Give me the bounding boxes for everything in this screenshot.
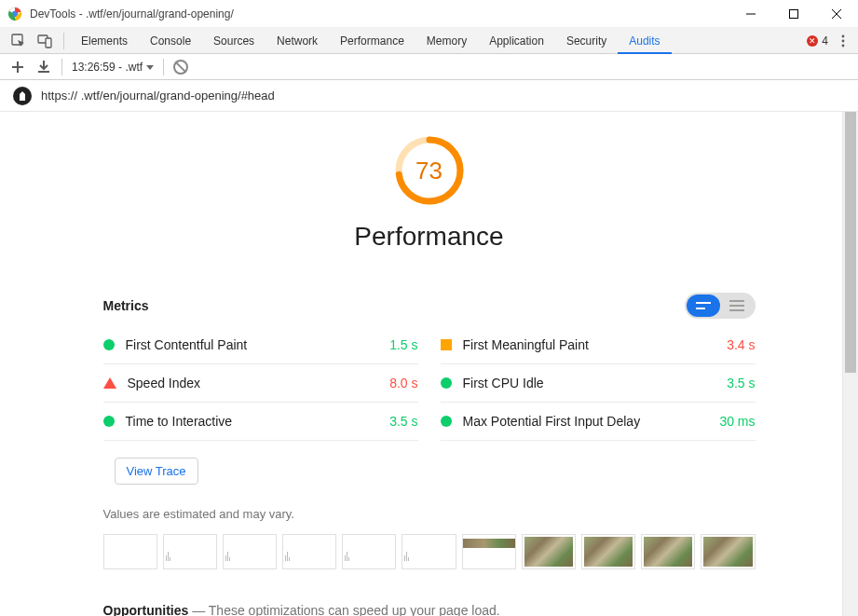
separator xyxy=(61,59,62,75)
metrics-grid: First Contentful Paint 1.5 s Speed Index… xyxy=(103,326,756,441)
new-audit-icon[interactable] xyxy=(9,59,26,75)
metric-value: 30 ms xyxy=(719,414,755,429)
tab-elements[interactable]: Elements xyxy=(70,28,139,53)
metrics-title: Metrics xyxy=(103,298,149,313)
metrics-view-compact[interactable] xyxy=(687,294,720,317)
chrome-icon xyxy=(7,7,22,21)
filmstrip-frame[interactable] xyxy=(462,534,516,569)
category-title: Performance xyxy=(103,222,756,252)
metrics-header: Metrics xyxy=(103,293,756,319)
metric-value: 3.5 s xyxy=(389,414,417,429)
separator xyxy=(163,59,164,75)
audit-url: https:// .wtf/en/journal/grand-opening/#… xyxy=(41,89,275,103)
window-title: DevTools - .wtf/en/journal/grand-opening… xyxy=(30,7,729,21)
metric-row[interactable]: Time to Interactive 3.5 s xyxy=(103,403,418,441)
filmstrip-frame[interactable] xyxy=(641,534,695,569)
svg-point-11 xyxy=(842,44,845,47)
lighthouse-icon xyxy=(13,87,32,105)
status-pass-icon xyxy=(103,339,115,350)
tab-memory[interactable]: Memory xyxy=(415,28,478,53)
window-controls xyxy=(729,0,858,28)
metric-row[interactable]: Max Potential First Input Delay 30 ms xyxy=(441,403,756,441)
filmstrip-frame[interactable] xyxy=(581,534,635,569)
metric-value: 8.0 s xyxy=(389,376,417,390)
filmstrip-frame[interactable] xyxy=(282,534,336,569)
tab-sources[interactable]: Sources xyxy=(202,28,266,53)
status-pass-icon xyxy=(441,377,452,389)
close-button[interactable] xyxy=(815,0,858,28)
status-fail-icon xyxy=(103,377,116,389)
score-gauge-section: 73 Performance xyxy=(103,121,756,259)
metrics-view-toggle xyxy=(685,293,756,319)
filmstrip-frame[interactable] xyxy=(342,534,396,569)
devtools-tabbar: Elements Console Sources Network Perform… xyxy=(0,28,858,54)
metrics-view-expanded[interactable] xyxy=(720,294,754,317)
filmstrip xyxy=(103,534,756,569)
dropdown-caret-icon xyxy=(146,65,154,70)
score-value: 73 xyxy=(393,134,466,207)
metric-value: 3.4 s xyxy=(727,337,755,352)
tab-console[interactable]: Console xyxy=(139,28,202,53)
inspect-element-icon[interactable] xyxy=(6,28,32,54)
tab-security[interactable]: Security xyxy=(555,28,618,53)
status-average-icon xyxy=(441,339,452,350)
opportunities-header: Opportunities — These optimizations can … xyxy=(103,603,756,616)
filmstrip-frame[interactable] xyxy=(103,534,157,569)
filmstrip-frame[interactable] xyxy=(701,534,755,569)
device-toolbar-icon[interactable] xyxy=(32,28,58,54)
metric-name: First Contentful Paint xyxy=(126,337,390,352)
metric-value: 3.5 s xyxy=(727,376,755,390)
metric-name: Time to Interactive xyxy=(126,414,390,429)
tab-application[interactable]: Application xyxy=(478,28,555,53)
minimize-button[interactable] xyxy=(729,0,772,28)
separator xyxy=(63,33,64,49)
error-count: 4 xyxy=(822,34,828,48)
metric-value: 1.5 s xyxy=(389,337,417,352)
opportunities-title: Opportunities xyxy=(103,603,189,616)
clear-icon[interactable] xyxy=(173,60,188,75)
tab-performance[interactable]: Performance xyxy=(329,28,415,53)
download-icon[interactable] xyxy=(35,59,52,75)
metric-row[interactable]: First Meaningful Paint 3.4 s xyxy=(441,326,756,364)
window-titlebar: DevTools - .wtf/en/journal/grand-opening… xyxy=(0,0,858,28)
maximize-button[interactable] xyxy=(772,0,815,28)
filmstrip-frame[interactable] xyxy=(163,534,217,569)
status-pass-icon xyxy=(441,416,452,427)
report-selector[interactable]: 13:26:59 - .wtf xyxy=(72,61,154,74)
report-body: 73 Performance Metrics First Contentful xyxy=(0,112,858,616)
svg-rect-3 xyxy=(790,9,798,18)
metric-row[interactable]: First Contentful Paint 1.5 s xyxy=(103,326,418,364)
more-menu-icon[interactable] xyxy=(834,34,852,48)
error-icon: ✕ xyxy=(807,35,818,47)
filmstrip-frame[interactable] xyxy=(223,534,277,569)
estimate-note: Values are estimated and may vary. xyxy=(103,507,756,521)
metric-name: Max Potential First Input Delay xyxy=(463,414,720,429)
metric-row[interactable]: First CPU Idle 3.5 s xyxy=(441,364,756,403)
audit-url-bar: https:// .wtf/en/journal/grand-opening/#… xyxy=(0,80,858,112)
metric-name: Speed Index xyxy=(128,376,390,390)
metric-name: First Meaningful Paint xyxy=(463,337,728,352)
svg-point-9 xyxy=(842,34,845,37)
tab-audits[interactable]: Audits xyxy=(618,28,671,53)
audits-toolbar: 13:26:59 - .wtf xyxy=(0,54,858,80)
opportunities-subtitle: — These optimizations can speed up your … xyxy=(188,603,499,616)
status-pass-icon xyxy=(103,416,115,427)
filmstrip-frame[interactable] xyxy=(402,534,456,569)
score-gauge: 73 xyxy=(393,134,466,207)
svg-rect-8 xyxy=(46,38,51,48)
error-count-badge[interactable]: ✕ 4 xyxy=(807,34,828,48)
tab-network[interactable]: Network xyxy=(266,28,329,53)
metric-name: First CPU Idle xyxy=(463,376,728,390)
metric-row[interactable]: Speed Index 8.0 s xyxy=(103,364,418,403)
view-trace-button[interactable]: View Trace xyxy=(115,458,198,485)
filmstrip-frame[interactable] xyxy=(522,534,576,569)
svg-point-10 xyxy=(842,39,845,42)
devtools-tabs: Elements Console Sources Network Perform… xyxy=(70,28,672,53)
